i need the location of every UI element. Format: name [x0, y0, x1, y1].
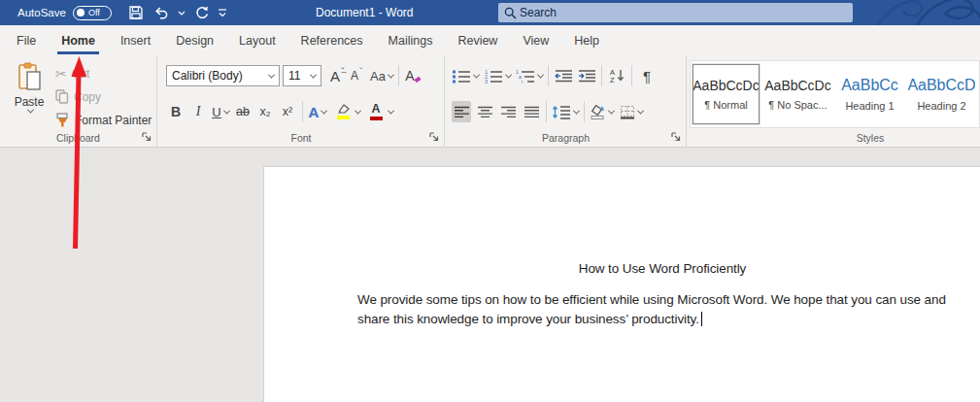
shrink-font-caret: ˇ	[359, 66, 362, 76]
italic-button[interactable]: I	[188, 101, 208, 122]
text-effects-button[interactable]: A	[308, 101, 327, 122]
decrease-indent-button[interactable]	[554, 65, 573, 86]
sort-button[interactable]: AZ	[607, 65, 626, 86]
copy-label: Copy	[74, 90, 101, 104]
paste-button[interactable]: Paste	[7, 62, 51, 132]
copy-button[interactable]: Copy	[55, 86, 152, 107]
numbering-chevron-icon[interactable]	[505, 71, 512, 78]
tab-mailings[interactable]: Mailings	[376, 25, 446, 56]
underline-chevron-icon[interactable]	[223, 107, 230, 114]
bullets-chevron-icon[interactable]	[473, 71, 480, 78]
borders-button[interactable]	[620, 101, 643, 122]
tab-layout[interactable]: Layout	[226, 25, 288, 56]
text-effects-chevron-icon[interactable]	[321, 107, 327, 114]
shading-button[interactable]	[590, 101, 614, 122]
style-normal[interactable]: AaBbCcDc ¶ Normal	[693, 64, 760, 124]
borders-icon	[620, 105, 635, 119]
font-dialog-launcher-icon[interactable]	[428, 131, 440, 143]
align-left-button[interactable]	[452, 101, 471, 122]
text-highlight-button[interactable]	[333, 101, 353, 122]
tab-insert[interactable]: Insert	[108, 25, 163, 56]
style-no-spacing[interactable]: AaBbCcDc ¶ No Spac...	[764, 64, 831, 124]
clear-formatting-button[interactable]: A	[404, 65, 423, 86]
style-heading-2[interactable]: AaBbCcD Heading 2	[908, 64, 975, 124]
cut-label: Cut	[72, 67, 90, 81]
numbering-button[interactable]: 123	[484, 65, 511, 86]
highlight-chevron-icon[interactable]	[355, 107, 361, 114]
undo-icon[interactable]	[151, 2, 172, 23]
tab-home[interactable]: Home	[49, 25, 108, 56]
paragraph-line: share this knowledge to improve your bus…	[357, 310, 967, 329]
multilevel-list-button[interactable]: 1ai	[516, 65, 543, 86]
font-color-chevron-icon[interactable]	[388, 107, 394, 114]
tab-references[interactable]: References	[288, 25, 376, 56]
clipboard-group: Paste ✂ Cut Copy Format Painter Clipboar…	[0, 56, 157, 147]
align-center-button[interactable]	[475, 101, 494, 122]
align-right-button[interactable]	[498, 101, 518, 122]
show-formatting-marks-button[interactable]: ¶	[637, 65, 657, 86]
tab-file[interactable]: File	[4, 25, 49, 56]
divider	[601, 65, 602, 86]
tab-design[interactable]: Design	[163, 25, 226, 56]
styles-gallery: AaBbCcDc ¶ Normal AaBbCcDc ¶ No Spac... …	[690, 60, 980, 128]
style-heading-1[interactable]: AaBbCc Heading 1	[836, 64, 903, 124]
shading-chevron-icon[interactable]	[608, 107, 615, 114]
bullets-button[interactable]	[452, 65, 479, 86]
underline-button[interactable]: U	[211, 101, 230, 122]
autosave-toggle[interactable]: Off	[73, 6, 112, 20]
paragraph-dialog-launcher-icon[interactable]	[670, 131, 682, 143]
font-color-button[interactable]: A	[366, 101, 386, 122]
customize-quick-access-toolbar-icon[interactable]	[217, 2, 228, 23]
font-name-combobox[interactable]: Calibri (Body)	[166, 65, 280, 86]
change-case-button[interactable]: Aa	[370, 65, 393, 86]
subscript-button[interactable]: x₂	[255, 101, 275, 122]
tab-view[interactable]: View	[510, 25, 561, 56]
shading-icon	[590, 105, 606, 119]
clipboard-buttons: ✂ Cut Copy Format Painter	[55, 63, 152, 130]
superscript-button[interactable]: x²	[278, 101, 297, 122]
grow-font-button[interactable]: Aˇ̶	[327, 65, 347, 86]
borders-chevron-icon[interactable]	[637, 107, 644, 114]
numbering-icon: 123	[484, 69, 503, 84]
format-painter-button[interactable]: Format Painter	[55, 110, 152, 130]
bold-button[interactable]: B	[166, 101, 186, 122]
copy-icon	[55, 89, 69, 104]
multilevel-list-chevron-icon[interactable]	[537, 71, 544, 78]
paragraph-group: 123 1ai AZ ¶	[446, 56, 687, 147]
divider	[548, 65, 549, 86]
undo-dropdown-chevron-icon[interactable]	[176, 2, 187, 23]
clear-formatting-eraser-icon	[414, 75, 422, 84]
tab-help[interactable]: Help	[561, 25, 612, 56]
cut-button[interactable]: ✂ Cut	[55, 63, 152, 84]
font-size-value: 11	[288, 69, 300, 83]
tab-review[interactable]: Review	[445, 25, 510, 56]
document-workspace: How to Use Word Proficiently We provide …	[0, 148, 980, 402]
font-group-label: Font	[158, 132, 444, 144]
svg-text:Z: Z	[610, 76, 615, 84]
decrease-indent-icon	[555, 69, 573, 83]
save-icon[interactable]	[125, 2, 147, 23]
line-spacing-chevron-icon[interactable]	[573, 107, 580, 114]
align-center-icon	[477, 106, 493, 118]
search-icon	[504, 7, 517, 19]
autosave-toggle-state: Off	[88, 8, 100, 17]
font-name-chevron-icon	[268, 71, 275, 78]
title-bar: AutoSave Off Document1 - Word Search	[0, 0, 980, 25]
redo-icon[interactable]	[191, 2, 213, 23]
increase-indent-button[interactable]	[577, 65, 596, 86]
strikethrough-button[interactable]: ab	[233, 101, 253, 122]
line-spacing-button[interactable]	[552, 101, 579, 122]
shrink-font-button[interactable]: Aˇ	[347, 65, 366, 86]
clipboard-dialog-launcher-icon[interactable]	[141, 131, 152, 143]
font-row-top: Calibri (Body) 11 Aˇ̶ Aˇ Aa A	[166, 64, 423, 87]
justify-button[interactable]	[522, 101, 541, 122]
quick-access-toolbar	[125, 2, 228, 23]
highlight-color-bar	[337, 116, 350, 119]
document-page[interactable]: How to Use Word Proficiently We provide …	[263, 166, 980, 402]
font-size-combobox[interactable]: 11	[283, 65, 321, 86]
search-input[interactable]: Search	[498, 3, 853, 22]
highlighter-icon	[336, 104, 350, 115]
styles-group-label: Styles	[688, 132, 980, 144]
format-painter-label: Format Painter	[75, 114, 152, 127]
paragraph-row-top: 123 1ai AZ ¶	[452, 64, 657, 87]
